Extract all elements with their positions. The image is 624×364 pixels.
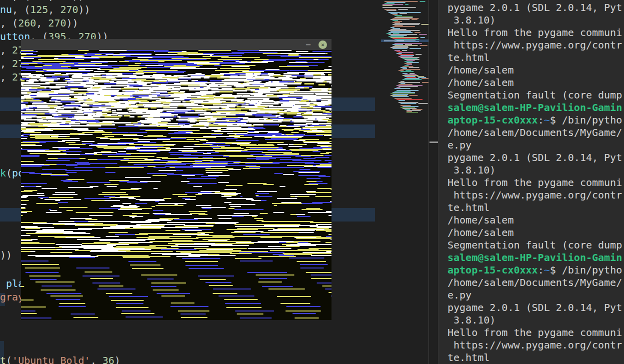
text-segment: 260 bbox=[18, 17, 36, 29]
text-segment: pygame 2.0.1 (SDL 2.0.14, Pyt bbox=[448, 152, 622, 164]
terminal-line: Hello from the pygame communi bbox=[439, 26, 624, 39]
terminal-line: Segmentation fault (core dump bbox=[439, 239, 624, 252]
text-segment: te.html bbox=[448, 352, 490, 364]
close-button[interactable]: ✕ bbox=[318, 40, 327, 49]
terminal-line: e.py bbox=[439, 139, 624, 152]
terminal-line: 3.8.10) bbox=[439, 14, 624, 26]
terminal-line: salem@salem-HP-Pavilion-Gamin bbox=[439, 102, 624, 114]
text-segment: 270 bbox=[48, 17, 66, 29]
code-line[interactable]: , 27 bbox=[0, 44, 24, 57]
text-segment: ) bbox=[114, 354, 120, 364]
text-segment: : bbox=[538, 114, 544, 126]
text-segment: ( bbox=[6, 354, 12, 364]
text-segment: 3.8.10) bbox=[448, 14, 496, 26]
text-segment: 3.8.10) bbox=[448, 314, 496, 326]
text-segment: te.html bbox=[448, 52, 490, 64]
pygame-window: – ✕ bbox=[21, 39, 332, 320]
text-segment: /home/salem bbox=[448, 64, 514, 76]
text-segment: gray bbox=[0, 291, 24, 303]
terminal-line: te.html bbox=[439, 52, 624, 64]
code-line[interactable]: nu, (125, 270)) bbox=[0, 3, 90, 16]
text-segment: k bbox=[0, 167, 6, 179]
text-segment: , bbox=[0, 71, 12, 83]
terminal-line: /home/salem/Documents/MyGame/ bbox=[439, 126, 624, 139]
code-line[interactable]: , 27 bbox=[0, 57, 24, 70]
code-line[interactable]: k(po bbox=[0, 166, 24, 180]
text-segment: , bbox=[0, 58, 12, 70]
terminal-line: 3.8.10) bbox=[439, 314, 624, 326]
terminal-line: 3.8.10) bbox=[439, 164, 624, 176]
text-segment: 270 bbox=[60, 4, 78, 16]
terminal-line: /home/salem bbox=[439, 226, 624, 239]
terminal-panel[interactable]: pygame 2.0.1 (SDL 2.0.14, Pyt 3.8.10)Hel… bbox=[439, 0, 624, 364]
terminal-line: https://www.pygame.org/contr bbox=[439, 189, 624, 202]
text-segment: Hello from the pygame communi bbox=[448, 326, 622, 338]
desktop-screenshot: , ( , ))nu, (125, 270)), (260, 270))utto… bbox=[0, 0, 624, 364]
text-segment: : bbox=[538, 264, 544, 276]
text-segment: /home/salem/Documents/MyGame/ bbox=[448, 276, 622, 288]
pygame-game-surface[interactable] bbox=[21, 50, 332, 320]
text-segment: )) bbox=[0, 249, 12, 261]
text-segment: pygame 2.0.1 (SDL 2.0.14, Pyt bbox=[448, 2, 622, 14]
text-segment: salem@salem-HP-Pavilion-Gamin bbox=[448, 252, 622, 264]
text-segment: 3.8.10) bbox=[448, 164, 496, 176]
text-segment: ~ bbox=[544, 264, 550, 276]
text-segment: https://www.pygame.org/contr bbox=[448, 339, 622, 351]
code-line[interactable]: t('Ubuntu Bold', 36) bbox=[0, 354, 120, 364]
terminal-line: /home/salem bbox=[439, 214, 624, 226]
text-segment: , bbox=[36, 17, 48, 29]
text-segment: ( bbox=[6, 167, 12, 179]
terminal-line: Hello from the pygame communi bbox=[439, 326, 624, 339]
code-line[interactable]: , 27 bbox=[0, 70, 24, 84]
text-segment: , bbox=[0, 44, 12, 56]
text-segment: pygame 2.0.1 (SDL 2.0.14, Pyt bbox=[448, 302, 622, 314]
terminal-line: salem@salem-HP-Pavilion-Gamin bbox=[439, 252, 624, 264]
terminal-line: https://www.pygame.org/contr bbox=[439, 339, 624, 352]
terminal-line: pygame 2.0.1 (SDL 2.0.14, Pyt bbox=[439, 302, 624, 314]
text-segment: , ( , )) bbox=[0, 0, 84, 2]
terminal-line: https://www.pygame.org/contr bbox=[439, 39, 624, 52]
text-segment: Segmentation fault (core dump bbox=[448, 239, 622, 251]
code-line[interactable]: )) bbox=[0, 248, 12, 262]
text-segment: te.html bbox=[448, 202, 490, 214]
text-segment: 125 bbox=[30, 4, 48, 16]
code-line[interactable]: pla bbox=[0, 277, 24, 290]
close-icon: ✕ bbox=[321, 42, 324, 48]
terminal-line: te.html bbox=[439, 352, 624, 364]
code-line[interactable]: , (260, 270)) bbox=[0, 16, 78, 30]
text-segment: /home/salem/Documents/MyGame/ bbox=[448, 126, 622, 138]
code-line[interactable]: gray bbox=[0, 290, 24, 304]
text-segment: $ /bin/pytho bbox=[550, 114, 622, 126]
terminal-line: aptop-15-cx0xxx:~$ /bin/pytho bbox=[439, 114, 624, 126]
editor-minimap[interactable] bbox=[381, 0, 429, 120]
text-segment: t bbox=[0, 354, 6, 364]
pygame-window-titlebar[interactable]: – ✕ bbox=[21, 39, 332, 50]
text-segment: Hello from the pygame communi bbox=[448, 26, 622, 38]
text-segment: https://www.pygame.org/contr bbox=[448, 39, 622, 51]
text-segment: Segmentation fault (core dump bbox=[448, 89, 622, 101]
text-segment: salem@salem-HP-Pavilion-Gamin bbox=[448, 102, 622, 114]
text-segment: /home/salem bbox=[448, 226, 514, 238]
text-segment: )) bbox=[78, 4, 90, 16]
text-segment: aptop-15-cx0xxx bbox=[448, 264, 538, 276]
terminal-line: pygame 2.0.1 (SDL 2.0.14, Pyt bbox=[439, 152, 624, 164]
minimize-button[interactable]: – bbox=[306, 39, 310, 50]
text-segment: /home/salem bbox=[448, 214, 514, 226]
scrollbar-gutter[interactable] bbox=[428, 0, 438, 364]
terminal-line: /home/salem/Documents/MyGame/ bbox=[439, 276, 624, 289]
terminal-line: Hello from the pygame communi bbox=[439, 176, 624, 189]
text-segment bbox=[0, 278, 6, 290]
text-segment: https://www.pygame.org/contr bbox=[448, 189, 622, 201]
terminal-line: /home/salem bbox=[439, 76, 624, 89]
text-segment: e.py bbox=[448, 139, 472, 151]
text-segment: , bbox=[48, 4, 60, 16]
terminal-line: aptop-15-cx0xxx:~$ /bin/pytho bbox=[439, 264, 624, 276]
scrollbar-handle[interactable] bbox=[430, 142, 438, 143]
text-segment: 36 bbox=[102, 354, 114, 364]
terminal-line: Segmentation fault (core dump bbox=[439, 89, 624, 102]
text-segment: , ( bbox=[0, 17, 18, 29]
text-segment: Hello from the pygame communi bbox=[448, 176, 622, 188]
terminal-line: pygame 2.0.1 (SDL 2.0.14, Pyt bbox=[439, 2, 624, 14]
text-segment: e.py bbox=[448, 289, 472, 301]
text-segment: ~ bbox=[544, 114, 550, 126]
